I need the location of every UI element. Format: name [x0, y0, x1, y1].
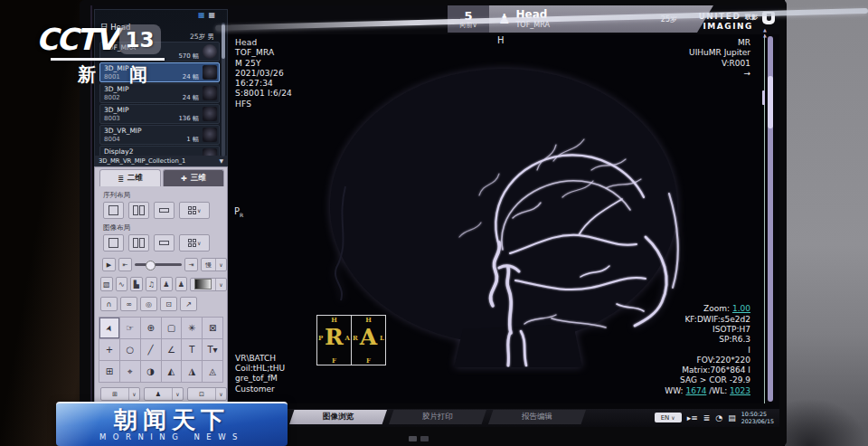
colormap-dropdown[interactable]: ∨ [190, 278, 227, 291]
collection-name: 3D_MR_VR_MIP_Collection_1 [99, 157, 185, 165]
skip-start-button[interactable]: ⇤ [118, 258, 132, 271]
tab-2d[interactable]: ≣二维 [99, 169, 161, 186]
display-dropdown[interactable]: ⊡∨ [187, 387, 227, 401]
layout-grid-dropdown[interactable]: ∨ [179, 202, 210, 219]
text-arrow-tool[interactable]: T▾ [203, 339, 222, 360]
viewer-scrollbar[interactable] [768, 36, 773, 402]
series-count: 136 幅 [178, 115, 199, 123]
img-layout-1x1-button[interactable] [103, 234, 124, 251]
chevron-down-icon: ∨ [129, 391, 139, 397]
enhance-tool[interactable]: ✳ [182, 318, 202, 338]
scrollbar-thumb[interactable] [768, 76, 773, 128]
body-marker-button[interactable]: ♟ [160, 277, 173, 291]
chart-button[interactable]: ▙ [130, 277, 143, 291]
play-icon: ▶ [107, 261, 111, 269]
pan-tool[interactable]: ☞ [120, 318, 140, 338]
image-layout-label: 图像布局 [103, 223, 227, 232]
ellipse-tool[interactable]: ○ [120, 339, 140, 360]
language-button[interactable]: EN∨ [655, 413, 682, 422]
magnifier-box-tool[interactable]: ⊞ [99, 361, 119, 382]
chevron-down-icon: ∨ [216, 281, 226, 288]
link-button[interactable]: ∞ [120, 297, 137, 311]
line-tool[interactable]: ╱ [141, 339, 161, 360]
flip-v-tool[interactable]: ◮ [182, 361, 202, 382]
skip-end-button[interactable]: ⇥ [184, 258, 198, 271]
tab-report-edit[interactable]: 报告编辑 [488, 410, 586, 424]
layers-icon: ≣ [118, 175, 124, 183]
img-layout-grid-dropdown[interactable]: ∨ [179, 234, 210, 251]
program-banner: 朝闻天下 MORNING NEWS [56, 402, 288, 446]
grid-view-icon[interactable]: ▦ [208, 11, 215, 23]
skip-start-icon: ⇤ [123, 261, 128, 269]
flip-h-tool[interactable]: ◭ [162, 361, 182, 382]
magnet-button[interactable]: ∩ [100, 297, 118, 311]
orientation-cube: H P R A F H R A L F [316, 315, 386, 365]
histogram-button[interactable]: ▧ [100, 277, 113, 291]
filter-icon[interactable]: ▼ [219, 157, 223, 164]
window-preset-dropdown[interactable]: ⊞∨ [100, 387, 140, 401]
frame-slider[interactable] [135, 263, 182, 266]
rotate-tool[interactable]: ◬ [203, 361, 222, 382]
layout-2x1-button[interactable] [154, 202, 175, 219]
delete-region-tool[interactable]: ⊠ [203, 318, 222, 338]
sidebar-scrollbar[interactable] [222, 23, 225, 157]
body-marker2-button[interactable]: ♟ [175, 277, 188, 291]
img-layout-2x1-button[interactable] [154, 234, 175, 251]
menu-stack-icon[interactable]: ≣ [703, 413, 711, 422]
crosshair-tool[interactable]: + [99, 339, 119, 360]
series-thumbnail [203, 65, 217, 80]
contrast-icon: ◑ [146, 366, 155, 376]
tab-3d[interactable]: ✚三维 [163, 169, 224, 186]
workstation-screen: 5 向前∨ ♟ Head TOF_MRA 25岁 UNITED 联影 IMAGI… [90, 5, 779, 427]
grid-view-blue-icon[interactable]: ▦ [198, 11, 205, 23]
chevron-down-icon: ∨ [173, 391, 183, 397]
chevron-down-icon: ∨ [197, 240, 201, 246]
flip-vertical-icon: ◮ [188, 366, 195, 376]
tab-image-browse[interactable]: 图像浏览 [289, 410, 387, 424]
disc-button[interactable]: ◎ [140, 297, 157, 311]
series-name: 3D_MIP [104, 106, 199, 115]
cursor-tool[interactable]: ➤ [99, 318, 119, 338]
orientation-dropdown[interactable]: ♟∨ [144, 387, 184, 401]
series-item[interactable]: 3D_VR_MIP 80041 幅 [99, 125, 220, 145]
export-button[interactable]: ↗ [180, 297, 197, 311]
clock-power-icon[interactable]: ◔ [715, 413, 722, 422]
series-name: 3D_VR_MIP [104, 127, 199, 136]
tab-film-print[interactable]: 胶片打印 [389, 410, 486, 424]
copy-button[interactable]: ⊡ [160, 297, 177, 311]
image-viewport[interactable]: Head TOF_MRA M 25Y 2021/03/26 16:27:34 S… [230, 34, 765, 403]
cursor-icon: ➤ [104, 323, 115, 333]
background-wall [785, 0, 868, 446]
line-icon: ╱ [148, 345, 154, 355]
annotation-button[interactable]: ♫ [146, 277, 158, 291]
briefcase-icon[interactable]: ▤ [728, 413, 736, 422]
zoom-icon: ⊕ [146, 323, 154, 333]
img-layout-1x2-button[interactable] [128, 234, 149, 251]
angle-tool[interactable]: ∠ [162, 339, 182, 360]
text-tool[interactable]: T [182, 339, 202, 360]
play-button[interactable]: ▶ [102, 258, 116, 271]
orientation-top-marker: H [497, 35, 505, 45]
series-item[interactable]: 3D_MIP 8003136 幅 [99, 104, 220, 124]
series-number: 8004 [104, 136, 120, 144]
tab-2d-label: 二维 [127, 173, 143, 184]
series-count: 570 幅 [178, 52, 199, 61]
contrast-tool[interactable]: ◑ [141, 361, 161, 382]
chevron-down-icon: ∨ [197, 207, 201, 214]
zoom-tool[interactable]: ⊕ [141, 318, 161, 338]
layout-1x1-button[interactable] [103, 202, 124, 219]
crop-tool[interactable]: ▢ [162, 318, 182, 338]
scrollbar-nub [762, 90, 765, 105]
playlist-icon[interactable]: ▸≡ [687, 413, 698, 422]
collection-footer[interactable]: 3D_MR_VR_MIP_Collection_1 ▼ [95, 156, 227, 166]
curve-button[interactable]: ∿ [116, 277, 128, 291]
system-date: 2023/06/15 [741, 418, 774, 425]
system-clock: 10:50:25 2023/06/15 [741, 411, 774, 424]
cctv-brand: CCTV [36, 22, 117, 57]
slider-thumb[interactable] [146, 261, 156, 270]
ellipse-icon: ○ [126, 345, 134, 355]
speed-dropdown[interactable]: 慢∨ [201, 258, 227, 271]
layout-1x2-button[interactable] [128, 202, 149, 219]
probe-tool[interactable]: ⌖ [120, 361, 140, 382]
cctv-underline [51, 58, 165, 61]
